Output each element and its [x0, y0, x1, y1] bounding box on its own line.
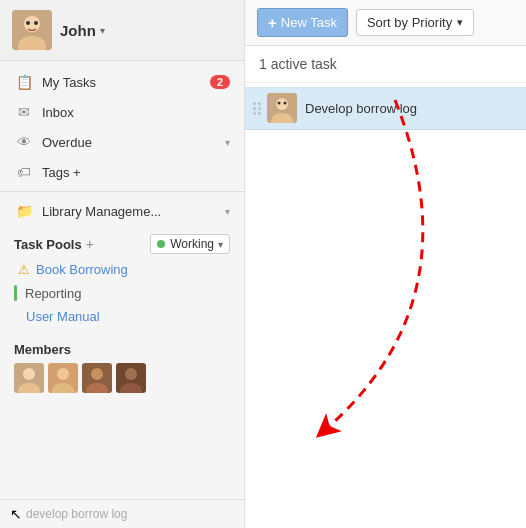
svg-point-12 [91, 368, 103, 380]
library-label: Library Manageme... [42, 204, 225, 219]
svg-point-4 [34, 21, 38, 25]
active-task-stats: 1 active task [245, 46, 526, 83]
sidebar-item-tags[interactable]: 🏷 Tags + [0, 157, 244, 187]
working-dot [157, 240, 165, 248]
svg-point-9 [57, 368, 69, 380]
inbox-label: Inbox [42, 105, 230, 120]
members-avatars [14, 363, 230, 393]
tags-icon: 🏷 [14, 164, 34, 180]
plus-icon: + [268, 14, 277, 31]
overdue-icon: 👁 [14, 134, 34, 150]
add-pool-icon[interactable]: + [86, 236, 94, 252]
member-avatar-3[interactable] [82, 363, 112, 393]
sidebar-item-inbox[interactable]: ✉ Inbox [0, 97, 244, 127]
main-content: + New Task Sort by Priority ▾ 1 active t… [245, 0, 526, 528]
svg-point-21 [284, 102, 287, 105]
svg-point-3 [26, 21, 30, 25]
drag-handle [253, 102, 261, 115]
pool-book-borrowing-label: Book Borrowing [36, 262, 128, 277]
main-toolbar: + New Task Sort by Priority ▾ [245, 0, 526, 46]
task-avatar [267, 93, 297, 123]
user-avatar [12, 10, 52, 50]
members-section: Members [0, 334, 244, 397]
sidebar-nav: 📋 My Tasks 2 ✉ Inbox 👁 Overdue ▾ 🏷 Tags … [0, 61, 244, 334]
sidebar-item-library[interactable]: 📁 Library Manageme... ▾ [0, 196, 244, 226]
sort-label: Sort by Priority [367, 15, 452, 30]
pool-item-reporting[interactable]: Reporting [0, 281, 244, 305]
overdue-arrow: ▾ [225, 137, 230, 148]
user-header[interactable]: John ▾ [0, 0, 244, 61]
pool-item-user-manual[interactable]: User Manual [0, 305, 244, 328]
task-pools-header: Task Pools + Working ▾ [0, 226, 244, 258]
svg-point-18 [276, 98, 288, 110]
pool-warning-icon: ⚠ [18, 262, 30, 277]
svg-point-6 [23, 368, 35, 380]
overdue-label: Overdue [42, 135, 225, 150]
my-tasks-badge: 2 [210, 75, 230, 89]
cursor-icon: ↖ [10, 506, 22, 522]
bottom-task-text: develop borrow log [26, 507, 127, 521]
svg-point-20 [278, 102, 281, 105]
new-task-label: New Task [281, 15, 337, 30]
user-dropdown-arrow[interactable]: ▾ [100, 25, 105, 36]
sort-arrow: ▾ [457, 16, 463, 29]
pool-active-indicator [14, 285, 17, 301]
pool-item-book-borrowing[interactable]: ⚠ Book Borrowing [0, 258, 244, 281]
task-name: Develop borrow log [305, 101, 417, 116]
library-arrow: ▾ [225, 206, 230, 217]
sidebar-item-overdue[interactable]: 👁 Overdue ▾ [0, 127, 244, 157]
task-list: Develop borrow log [245, 83, 526, 528]
working-badge[interactable]: Working ▾ [150, 234, 230, 254]
working-label: Working [170, 237, 214, 251]
sidebar-item-my-tasks[interactable]: 📋 My Tasks 2 [0, 67, 244, 97]
my-tasks-label: My Tasks [42, 75, 210, 90]
member-avatar-2[interactable] [48, 363, 78, 393]
library-icon: 📁 [14, 203, 34, 219]
user-name-label: John [60, 22, 96, 39]
sidebar-divider-1 [0, 191, 244, 192]
bottom-task-bar[interactable]: ↖ develop borrow log [0, 499, 244, 528]
active-task-count: 1 active task [259, 56, 337, 72]
svg-point-15 [125, 368, 137, 380]
my-tasks-icon: 📋 [14, 74, 34, 90]
working-dropdown-arrow: ▾ [218, 239, 223, 250]
pool-reporting-label: Reporting [25, 286, 81, 301]
new-task-button[interactable]: + New Task [257, 8, 348, 37]
member-avatar-1[interactable] [14, 363, 44, 393]
table-row[interactable]: Develop borrow log [245, 87, 526, 130]
sidebar: John ▾ 📋 My Tasks 2 ✉ Inbox 👁 Overdue ▾ … [0, 0, 245, 528]
sort-priority-button[interactable]: Sort by Priority ▾ [356, 9, 474, 36]
pool-user-manual-label: User Manual [26, 309, 100, 324]
members-label: Members [14, 342, 230, 357]
inbox-icon: ✉ [14, 104, 34, 120]
member-avatar-4[interactable] [116, 363, 146, 393]
task-pools-label: Task Pools [14, 237, 82, 252]
tags-label: Tags + [42, 165, 230, 180]
